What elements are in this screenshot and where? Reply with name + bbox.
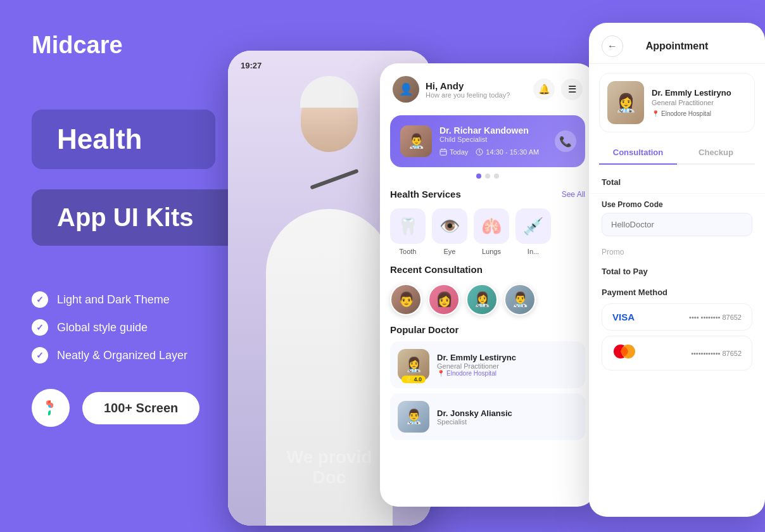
dot-3 [494, 174, 499, 179]
appt-date: Today [439, 148, 468, 156]
call-icon[interactable]: 📞 [555, 130, 576, 152]
doc-avatar: 👨‍⚕️ [400, 125, 432, 157]
doctor-specialty-1: General Practitioner [437, 362, 516, 370]
panel-doc-specialty: General Practitioner [652, 99, 731, 106]
recent-avatar-2[interactable]: 👩 [428, 284, 460, 315]
greeting-name: Hi, Andy [426, 80, 510, 91]
notification-icon[interactable]: 🔔 [533, 79, 555, 100]
doc-profile-info: Dr. Emmly Lestiryno General Practitioner… [652, 88, 731, 117]
payment-method-title: Payment Method [602, 288, 752, 297]
service-in[interactable]: 💉 In... [515, 208, 551, 255]
recent-avatar-4[interactable]: 👨‍⚕️ [504, 284, 536, 315]
in-icon: 💉 [515, 208, 551, 244]
lungs-label: Lungs [482, 248, 501, 255]
appt-time-row: Today 14:30 - 15:30 AM [439, 148, 539, 156]
svg-rect-1 [441, 149, 443, 150]
total-label: Total [602, 177, 621, 187]
svg-rect-2 [445, 149, 446, 150]
visa-brand: VISA [612, 312, 635, 322]
tab-consultation[interactable]: Consultation [599, 141, 677, 165]
promo-code-label: Use Promo Code [602, 200, 752, 209]
feature-label-2: Global style guide [57, 321, 148, 334]
doctor-details-1: Dr. Emmly Lestirync General Practitioner… [437, 353, 516, 377]
promo-row: Promo [589, 243, 765, 262]
tab-checkup[interactable]: Checkup [677, 141, 755, 165]
promo-section: Use Promo Code [589, 194, 765, 243]
eye-icon: 👁️ [432, 208, 467, 244]
consultation-tabs: Consultation Checkup [599, 141, 755, 165]
doc-profile-photo: 👩‍⚕️ [607, 81, 644, 124]
payment-section: Payment Method VISA •••• •••••••• 87652 … [589, 281, 765, 382]
eye-label: Eye [444, 248, 456, 255]
appt-doc-info: Dr. Richar Kandowen Child Specialist Tod… [439, 125, 539, 156]
menu-icon[interactable]: ☰ [561, 79, 583, 100]
in-label: In... [528, 248, 539, 255]
svg-rect-0 [440, 149, 446, 155]
doctor-specialty-2: Specialist [437, 418, 512, 426]
user-info: 👤 Hi, Andy How are you feeling today? [393, 76, 510, 103]
doctor-location-1: 📍 Elnodore Hospital [437, 370, 516, 377]
health-services-see-all[interactable]: See All [562, 190, 585, 199]
health-badge: Health [32, 110, 215, 169]
appkits-label: App UI Kits [57, 203, 194, 231]
recent-avatar-1[interactable]: 👨 [390, 284, 422, 315]
appt-doc-name: Dr. Richar Kandowen [439, 125, 539, 136]
avatar: 👤 [393, 76, 419, 103]
figma-logo [32, 389, 70, 427]
feature-label-3: Neatly & Organized Layer [57, 349, 187, 362]
greeting-text: Hi, Andy How are you feeling today? [426, 80, 510, 99]
service-lungs[interactable]: 🫁 Lungs [474, 208, 509, 255]
appt-panel-title: Appointment [623, 41, 731, 52]
dot-1 [476, 174, 481, 179]
doctor-photo-2: 👨‍⚕️ [398, 401, 429, 433]
promo-label: Promo [602, 248, 624, 256]
tooth-icon: 🦷 [390, 208, 426, 244]
recent-avatar-3[interactable]: 👩‍⚕️ [466, 284, 498, 315]
back-button[interactable]: ← [602, 35, 623, 57]
doc-profile-card: 👩‍⚕️ Dr. Emmly Lestiryno General Practit… [599, 73, 755, 132]
greeting-sub: How are you feeling today? [426, 91, 510, 99]
check-icon-2 [32, 319, 48, 336]
header-icons: 🔔 ☰ [533, 79, 583, 100]
app-header: 👤 Hi, Andy How are you feeling today? 🔔 … [380, 63, 595, 109]
popular-doctor-title: Popular Doctor [390, 324, 458, 335]
health-services-title: Health Services [390, 189, 461, 200]
visa-card[interactable]: VISA •••• •••••••• 87652 [602, 303, 752, 331]
health-label: Health [57, 124, 142, 155]
appt-time: 14:30 - 15:30 AM [476, 148, 539, 156]
popular-doctor-header: Popular Doctor [380, 320, 595, 339]
appt-time-label: 14:30 - 15:30 AM [486, 148, 539, 156]
doctor-card-2[interactable]: 👨‍⚕️ Dr. Jonsky Aliansic Specialist [390, 393, 585, 440]
doctor-location-text-1: Elnodore Hospital [446, 370, 496, 377]
recent-consultation-title: Recent Consultation [390, 264, 483, 275]
promo-input[interactable] [602, 213, 752, 236]
dot-2 [485, 174, 490, 179]
appointment-card: 👨‍⚕️ Dr. Richar Kandowen Child Specialis… [390, 115, 585, 167]
service-tooth[interactable]: 🦷 Tooth [390, 208, 426, 255]
visa-number: •••• •••••••• 87652 [689, 314, 742, 321]
screen-count-badge: 100+ Screen [82, 392, 199, 424]
doctor-rating-1: ⭐ 4.0 [401, 376, 426, 383]
mc-brand [612, 344, 636, 362]
screen-count-label: 100+ Screen [104, 401, 178, 415]
panel-doc-loc-text: Elnodore Hospital [661, 110, 711, 117]
appt-date-label: Today [450, 148, 468, 156]
doctor-photo-1: 👩‍⚕️ ⭐ 4.0 [398, 349, 429, 381]
appt-doc-specialty: Child Specialist [439, 136, 539, 143]
doctor-details-2: Dr. Jonsky Aliansic Specialist [437, 408, 512, 426]
doctor-name-2: Dr. Jonsky Aliansic [437, 408, 512, 418]
mc-number: •••••••••••• 87652 [691, 350, 742, 357]
health-services-header: Health Services See All [380, 185, 595, 203]
appt-doc-row: 👨‍⚕️ Dr. Richar Kandowen Child Specialis… [400, 125, 575, 157]
doctor-card-1[interactable]: 👩‍⚕️ ⭐ 4.0 Dr. Emmly Lestirync General P… [390, 341, 585, 388]
recent-consultation-header: Recent Consultation [380, 260, 595, 279]
total-to-pay-label: Total to Pay [602, 267, 648, 276]
services-row: 🦷 Tooth 👁️ Eye 🫁 Lungs 💉 In... [380, 203, 595, 260]
tooth-label: Tooth [400, 248, 417, 255]
app-card: 👤 Hi, Andy How are you feeling today? 🔔 … [380, 63, 595, 507]
check-icon-1 [32, 291, 48, 308]
appt-panel-header: ← Appointment [589, 23, 765, 64]
service-eye[interactable]: 👁️ Eye [432, 208, 467, 255]
panel-doc-name: Dr. Emmly Lestiryno [652, 88, 731, 98]
mastercard-card[interactable]: •••••••••••• 87652 [602, 336, 752, 370]
